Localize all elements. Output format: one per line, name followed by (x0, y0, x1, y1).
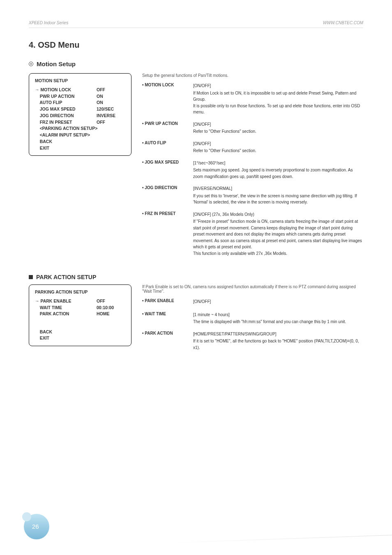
osd-row-value: OFF (97, 298, 125, 305)
page-header: XPEED Indoor Series WWW.CNBTEC.COM (29, 21, 363, 28)
param-label: • PARK ACTION (142, 331, 187, 351)
bullet-icon (29, 62, 33, 66)
param-item: • PARK ENABLE[ON/OFF] (142, 298, 363, 306)
param-desc: [HOME/PRESET/PATTERN/SWING/GROUP]If it i… (193, 331, 363, 351)
osd-row-key: → PARK ENABLE (35, 298, 97, 305)
osd-row-value: ON (97, 99, 125, 106)
osd-row-value: OFF (97, 119, 125, 126)
osd-row: BACK (35, 139, 125, 145)
osd-row-key: WAIT TIME (35, 305, 97, 311)
osd-row: AUTO FLIPON (35, 99, 125, 106)
osd-row-value (97, 132, 125, 139)
param-item: • PWR UP ACTION[ON/OFF]Refer to "Other F… (142, 121, 363, 135)
param-options: [ON/OFF] (193, 141, 256, 147)
param-item: • JOG MAX SPEED[1°/sec~360°/sec]Sets max… (142, 160, 363, 180)
osd-row-value (97, 125, 125, 132)
param-options: [ON/OFF] (193, 298, 211, 305)
square-bullet-icon (29, 275, 33, 279)
section-heading-text: Motion Setup (37, 60, 76, 67)
osd2-title: PARKING ACTION SETUP (35, 289, 125, 296)
param-item: • WAIT TIME[1 minute ~ 4 hours]The time … (142, 312, 363, 325)
param-desc: [ON/OFF]Refer to "Other Functions" secti… (193, 121, 256, 135)
osd-row: PWR UP ACTIONON (35, 93, 125, 100)
param-body-line: This function is only available with 27x… (193, 250, 363, 257)
param-item: • MOTION LOCK[ON/OFF]If Motion Lock is s… (142, 83, 363, 116)
param-item: • AUTO FLIP[ON/OFF]Refer to "Other Funct… (142, 141, 363, 154)
osd-row: JOG MAX SPEED120/SEC (35, 106, 125, 113)
param-label: • JOG MAX SPEED (142, 160, 187, 180)
section2-heading-text: PARK ACTION SETUP (36, 274, 96, 280)
osd-row: WAIT TIME00:10:00 (35, 305, 125, 311)
osd-row-value: OFF (97, 87, 125, 93)
osd-row: PARK ACTIONHOME (35, 311, 125, 317)
osd-row: JOG DIRECTIONINVERSE (35, 113, 125, 119)
param-body-line: If you set this to 'Inverse', the view i… (193, 193, 363, 206)
header-left: XPEED Indoor Series (29, 21, 68, 25)
header-right: WWW.CNBTEC.COM (323, 21, 363, 25)
param-options: [ON/OFF] (27x, 36x Models Only) (193, 211, 363, 218)
param-body-line: It is possible only to run those functio… (193, 103, 363, 116)
osd-motion-setup-box: MOTION SETUP → MOTION LOCKOFF PWR UP ACT… (29, 73, 131, 156)
osd-row-value (97, 335, 125, 342)
section-motion-setup-heading: Motion Setup (29, 60, 363, 67)
osd-row-value: ON (97, 93, 125, 100)
param-desc: [INVERSE/NORMAL]If you set this to 'Inve… (193, 185, 363, 206)
param-item: • PARK ACTION[HOME/PRESET/PATTERN/SWING/… (142, 331, 363, 351)
osd-row: EXIT (35, 335, 125, 342)
param-label: • JOG DIRECTION (142, 185, 187, 206)
param-desc: [ON/OFF] (27x, 36x Models Only)If "Freez… (193, 211, 363, 257)
param-options: [1 minute ~ 4 hours] (193, 312, 346, 318)
decorative-line (162, 535, 392, 543)
param-options: [1°/sec~360°/sec] (193, 160, 363, 166)
osd-row-value: HOME (97, 311, 125, 317)
page-number-badge: 26 (24, 514, 50, 540)
param-options: [ON/OFF] (193, 121, 256, 128)
param-body-line: The time is displayed with "hh:mm:ss" fo… (193, 319, 346, 325)
param-item: • FRZ IN PRESET[ON/OFF] (27x, 36x Models… (142, 211, 363, 257)
osd-row-key: EXIT (35, 335, 97, 342)
osd-row: <ALARM INPUT SETUP> (35, 132, 125, 139)
osd-row-key: PARK ACTION (35, 311, 97, 317)
param-item: • JOG DIRECTION[INVERSE/NORMAL]If you se… (142, 185, 363, 206)
param-desc: [ON/OFF] (193, 298, 211, 306)
param-body-line: Refer to "Other Functions" section. (193, 128, 256, 135)
param-desc: [ON/OFF]Refer to "Other Functions" secti… (193, 141, 256, 154)
page-title: 4. OSD Menu (29, 40, 363, 50)
osd-row-key: PWR UP ACTION (35, 93, 97, 100)
param-body-line: Sets maximum jog speed. Jog speed is inv… (193, 167, 363, 180)
osd-row-value: 00:10:00 (97, 305, 125, 311)
section-park-action-heading: PARK ACTION SETUP (29, 274, 363, 280)
param-body-line: If "Freeze in preset" function mode is O… (193, 218, 363, 250)
osd-row-key: JOG DIRECTION (35, 113, 97, 119)
osd-row-value (97, 329, 125, 335)
osd-row-key: EXIT (35, 145, 97, 152)
param-options: [HOME/PRESET/PATTERN/SWING/GROUP] (193, 331, 363, 338)
osd-row: <PARKING ACTION SETUP> (35, 125, 125, 132)
param-label: • FRZ IN PRESET (142, 211, 187, 257)
osd-title: MOTION SETUP (35, 78, 125, 84)
param-desc: [1°/sec~360°/sec]Sets maximum jog speed.… (193, 160, 363, 180)
param-body-line: If it is set to "HOME", all the function… (193, 338, 363, 351)
osd-row-key: → MOTION LOCK (35, 87, 97, 93)
osd-park-action-box: PARKING ACTION SETUP → PARK ENABLEOFF WA… (29, 284, 131, 346)
osd-row: FRZ IN PRESETOFF (35, 119, 125, 126)
param-label: • PWR UP ACTION (142, 121, 187, 135)
param-label: • WAIT TIME (142, 312, 187, 325)
param-label: • PARK ENABLE (142, 298, 187, 306)
osd-row-key: FRZ IN PRESET (35, 119, 97, 126)
osd-row: BACK (35, 329, 125, 335)
param-desc: [1 minute ~ 4 hours]The time is displaye… (193, 312, 346, 325)
osd-row-key: JOG MAX SPEED (35, 106, 97, 113)
osd-row: EXIT (35, 145, 125, 152)
param-desc: [ON/OFF]If Motion Lock is set to ON, it … (193, 83, 363, 116)
param-options: [INVERSE/NORMAL] (193, 185, 363, 192)
osd-row-value (97, 145, 125, 152)
param-options: [ON/OFF] (193, 83, 363, 89)
osd-row-key: AUTO FLIP (35, 99, 97, 106)
osd-row: → PARK ENABLEOFF (35, 298, 125, 305)
param-label: • AUTO FLIP (142, 141, 187, 154)
osd-row-key: BACK (35, 329, 97, 335)
param-body-line: If Motion Lock is set to ON, it is impos… (193, 90, 363, 103)
osd-row-key: <PARKING ACTION SETUP> (35, 125, 97, 132)
osd-row-value (97, 139, 125, 145)
